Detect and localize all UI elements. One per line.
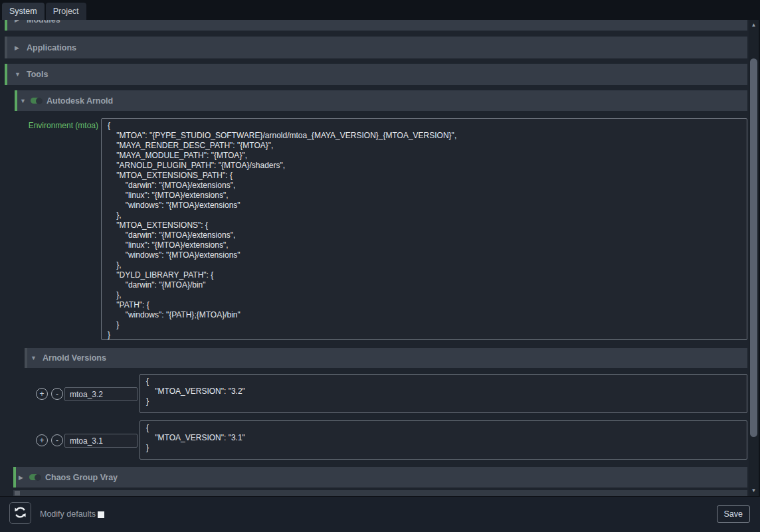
- chevron-right-icon: ▶: [15, 44, 22, 51]
- section-header-autodesk-arnold[interactable]: ▼ Autodesk Arnold: [15, 90, 747, 111]
- vertical-scrollbar-thumb[interactable]: [750, 58, 757, 437]
- remove-item-button[interactable]: -: [51, 388, 63, 400]
- version-key-input[interactable]: [64, 434, 138, 448]
- environment-json-editor[interactable]: { "MTOA": "{PYPE_STUDIO_SOFTWARE}/arnold…: [101, 118, 747, 340]
- version-key-input[interactable]: [64, 387, 138, 401]
- modified-indicator-bar: [15, 90, 17, 111]
- version-json-editor[interactable]: { "MTOA_VERSION": "3.2" }: [140, 374, 747, 413]
- settings-window: System Project ▶ Modules ▶ Applications …: [0, 0, 760, 532]
- modify-defaults-label: Modify defaults: [40, 497, 96, 532]
- section-title: Applications: [27, 43, 76, 52]
- section-title: Tools: [27, 70, 48, 79]
- refresh-icon: [14, 506, 27, 521]
- scroll-down-icon[interactable]: ▼: [749, 486, 759, 495]
- section-header-tools[interactable]: ▼ Tools: [5, 64, 747, 85]
- section-header-chaos-group-vray[interactable]: ▶ Chaos Group Vray: [13, 467, 747, 488]
- settings-scroll-area: ▶ Modules ▶ Applications ▼ Tools ▼ Autod…: [0, 20, 749, 496]
- state-indicator-bar: [5, 37, 7, 58]
- state-indicator-bar: [25, 348, 27, 368]
- modified-indicator-bar: [5, 20, 7, 31]
- toggle-knob: [35, 474, 41, 481]
- modified-indicator-bar: [5, 64, 7, 85]
- version-json-editor[interactable]: { "MTOA_VERSION": "3.1" }: [140, 420, 747, 460]
- remove-item-button[interactable]: -: [51, 434, 63, 446]
- section-header-applications[interactable]: ▶ Applications: [5, 37, 747, 58]
- toggle-knob: [36, 98, 43, 104]
- horizontal-scrollbar[interactable]: [13, 490, 747, 496]
- save-button[interactable]: Save: [717, 505, 751, 523]
- section-header-arnold-versions[interactable]: ▼ Arnold Versions: [25, 348, 747, 368]
- enabled-toggle[interactable]: [31, 98, 42, 104]
- section-title: Modules: [27, 20, 60, 25]
- add-item-button[interactable]: +: [36, 388, 48, 400]
- tab-project[interactable]: Project: [46, 3, 86, 20]
- section-header-modules[interactable]: ▶ Modules: [5, 20, 747, 31]
- enabled-toggle[interactable]: [29, 474, 41, 480]
- tab-system[interactable]: System: [2, 3, 45, 20]
- chevron-right-icon: ▶: [19, 474, 26, 481]
- horizontal-scrollbar-thumb[interactable]: [15, 491, 20, 495]
- modified-indicator-bar: [13, 467, 16, 488]
- add-item-button[interactable]: +: [36, 434, 48, 446]
- scroll-up-icon[interactable]: ▲: [749, 21, 759, 30]
- modify-defaults-checkbox[interactable]: [98, 511, 104, 518]
- tab-bar: System Project: [0, 0, 760, 20]
- chevron-down-icon: ▼: [20, 98, 27, 104]
- footer-bar: Modify defaults Save: [0, 496, 760, 532]
- vertical-scrollbar[interactable]: ▲ ▼: [749, 20, 759, 496]
- section-title: Arnold Versions: [43, 353, 106, 363]
- refresh-button[interactable]: [9, 502, 31, 524]
- chevron-right-icon: ▶: [15, 20, 22, 23]
- chevron-down-icon: ▼: [31, 355, 38, 361]
- environment-label: Environment (mtoa): [5, 121, 98, 130]
- section-title: Autodesk Arnold: [47, 96, 113, 106]
- section-title: Chaos Group Vray: [45, 473, 118, 482]
- chevron-down-icon: ▼: [15, 71, 22, 78]
